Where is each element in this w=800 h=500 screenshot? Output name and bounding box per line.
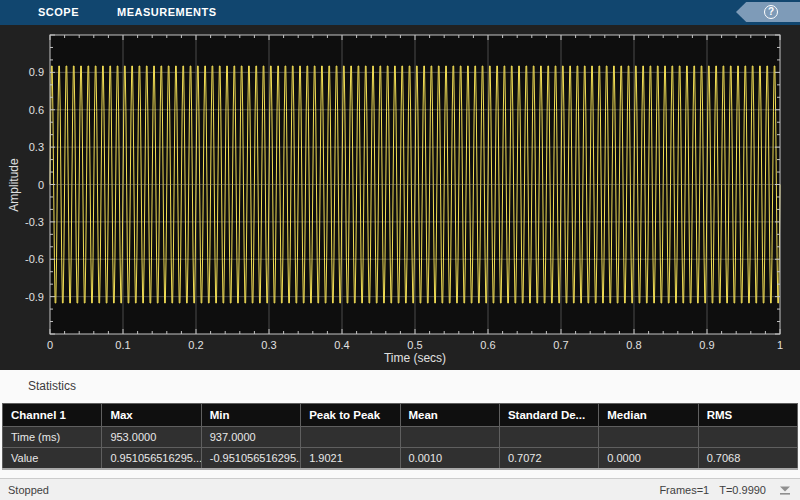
waveform-plot[interactable]: 00.10.20.30.40.50.60.70.80.91-0.9-0.6-0.… [0,25,800,370]
stats-cell: 0.7068 [698,448,797,469]
svg-text:0.4: 0.4 [334,339,349,351]
stats-cell: 937.0000 [201,427,300,448]
toolbar: SCOPE MEASUREMENTS ? [0,0,800,25]
stats-column-header: Peak to Peak [301,404,400,427]
stats-row: Value0.951056516295...-0.951056516295...… [3,448,798,469]
help-icon: ? [764,5,778,19]
tab-scope[interactable]: SCOPE [38,0,79,25]
svg-text:-0.3: -0.3 [25,216,44,228]
stats-column-header: Mean [400,404,499,427]
scope-window: SCOPE MEASUREMENTS ? 00.10.20.30.40.50.6… [0,0,800,500]
plot-panel: 00.10.20.30.40.50.60.70.80.91-0.9-0.6-0.… [0,25,800,370]
svg-text:0.6: 0.6 [29,104,44,116]
tab-measurements[interactable]: MEASUREMENTS [117,0,217,25]
stats-cell: 0.0010 [400,448,499,469]
x-axis-label: Time (secs) [50,351,780,365]
y-axis-label: Amplitude [7,158,21,211]
svg-text:0.2: 0.2 [188,339,203,351]
stats-cell [400,427,499,448]
stats-cell [499,427,598,448]
x-tick-labels: 00.10.20.30.40.50.60.70.80.91 [47,339,783,351]
svg-text:1: 1 [777,339,783,351]
help-button[interactable]: ? [736,2,800,22]
stats-cell: Value [3,448,102,469]
svg-text:-0.6: -0.6 [25,253,44,265]
svg-text:0.9: 0.9 [699,339,714,351]
stats-column-header: RMS [698,404,797,427]
dock-panel-icon[interactable] [778,484,792,496]
stats-cell: 0.7072 [499,448,598,469]
svg-text:0.3: 0.3 [29,141,44,153]
statistics-panel: Statistics Channel 1MaxMinPeak to PeakMe… [0,370,800,478]
stats-cell: Time (ms) [3,427,102,448]
svg-text:0.3: 0.3 [261,339,276,351]
svg-text:0.5: 0.5 [407,339,422,351]
stats-cell [599,427,698,448]
stats-column-header: Max [102,404,201,427]
svg-text:0: 0 [47,339,53,351]
stats-cell: 953.0000 [102,427,201,448]
svg-text:0.7: 0.7 [553,339,568,351]
status-text: Stopped [8,484,49,496]
stats-column-header: Median [599,404,698,427]
stats-cell: 0.0000 [599,448,698,469]
stats-cell: -0.951056516295... [201,448,300,469]
svg-text:0.8: 0.8 [626,339,641,351]
frames-counter: Frames=1 [659,484,709,496]
stats-column-header: Standard De... [499,404,598,427]
statistics-panel-header[interactable]: Statistics [0,370,800,402]
statistics-table: Channel 1MaxMinPeak to PeakMeanStandard … [2,403,798,470]
stats-cell: 0.951056516295... [102,448,201,469]
status-bar: Stopped Frames=1 T=0.9990 [0,478,800,500]
stats-cell [301,427,400,448]
stats-column-header: Channel 1 [3,404,102,427]
sim-time: T=0.9990 [719,484,766,496]
stats-column-header: Min [201,404,300,427]
status-right: Frames=1 T=0.9990 [659,484,792,496]
svg-text:0.6: 0.6 [480,339,495,351]
stats-row: Time (ms)953.0000937.0000 [3,427,798,448]
svg-text:0: 0 [38,179,44,191]
svg-text:-0.9: -0.9 [25,291,44,303]
stats-cell: 1.9021 [301,448,400,469]
svg-text:0.9: 0.9 [29,66,44,78]
stats-header-row: Channel 1MaxMinPeak to PeakMeanStandard … [3,404,798,427]
y-tick-labels: -0.9-0.6-0.300.30.60.9 [25,66,44,302]
svg-text:0.1: 0.1 [115,339,130,351]
stats-cell [698,427,797,448]
